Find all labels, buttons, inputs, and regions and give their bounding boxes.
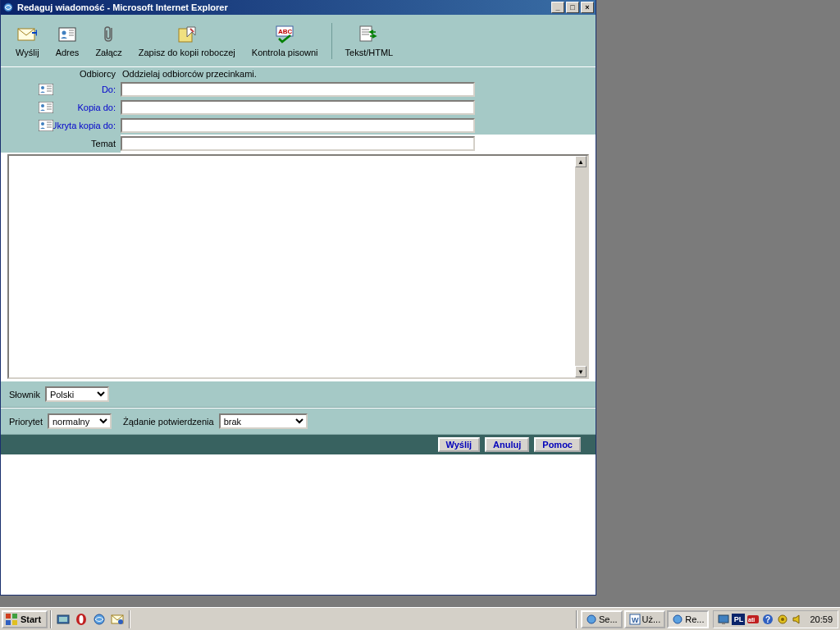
confirm-select[interactable]: brak	[219, 413, 308, 429]
priority-label: Priorytet	[9, 417, 43, 427]
body-wrap: ▲ ▼	[7, 154, 589, 379]
body-area: ▲ ▼	[1, 153, 596, 381]
tray-help-icon[interactable]: ?	[761, 613, 774, 626]
to-address-icon[interactable]	[39, 84, 52, 95]
to-label: Do:	[1, 84, 121, 94]
send-tool-label: Wyślij	[16, 48, 39, 57]
ie-task-icon	[586, 614, 597, 625]
svg-text:ati: ati	[748, 617, 755, 623]
svg-point-20	[41, 104, 44, 107]
svg-rect-31	[6, 620, 11, 625]
dictionary-row: Słownik Polski	[1, 381, 596, 408]
svg-rect-19	[39, 102, 53, 113]
svg-rect-45	[722, 623, 725, 624]
headers-panel: Odbiorcy Oddzielaj odbiorców przecinkami…	[1, 67, 596, 135]
body-textarea[interactable]	[9, 156, 574, 377]
text-html-tool-label: Tekst/HTML	[345, 48, 394, 57]
dictionary-label: Słownik	[9, 390, 40, 399]
cc-input[interactable]	[121, 100, 475, 115]
tray-gear-icon[interactable]	[776, 613, 789, 626]
ql-opera-icon[interactable]	[74, 612, 89, 627]
save-draft-icon	[177, 25, 197, 44]
recipients-hint: Oddzielaj odbiorców przecinkami.	[121, 69, 257, 79]
spellcheck-tool[interactable]: ABC Kontrola pisowni	[244, 21, 326, 61]
compose-window: Redaguj wiadomość - Microsoft Internet E…	[0, 0, 596, 596]
svg-rect-44	[719, 615, 728, 623]
svg-rect-34	[59, 617, 67, 622]
address-tool-label: Adres	[56, 48, 80, 57]
bcc-input[interactable]	[121, 118, 475, 133]
task-item[interactable]: W Uż...	[624, 610, 666, 628]
recipients-label: Odbiorcy	[1, 69, 121, 79]
maximize-button[interactable]: □	[566, 2, 579, 13]
spellcheck-tool-label: Kontrola pisowni	[252, 48, 318, 57]
scroll-down-icon[interactable]: ▼	[575, 366, 587, 377]
scroll-up-icon[interactable]: ▲	[575, 156, 587, 167]
ie-task-icon	[672, 614, 683, 625]
svg-point-39	[118, 619, 123, 624]
send-tool[interactable]: Wyślij	[7, 21, 48, 61]
tray-volume-icon[interactable]	[791, 613, 804, 626]
svg-point-15	[41, 86, 44, 89]
tray-ati-icon[interactable]: ati	[746, 613, 760, 626]
help-button[interactable]: Pomoc	[534, 437, 581, 452]
minimize-button[interactable]: _	[551, 2, 564, 13]
window-title: Redaguj wiadomość - Microsoft Internet E…	[17, 2, 228, 12]
task-separator	[576, 610, 578, 628]
svg-point-40	[587, 615, 596, 623]
taskbar: Start Se... W Uż... Re... PL ati ? 20:59	[0, 607, 840, 630]
language-indicator[interactable]: PL	[732, 614, 745, 625]
attach-tool[interactable]: Załącz	[87, 21, 130, 61]
task-item[interactable]: Se...	[581, 610, 623, 628]
close-button[interactable]: ×	[581, 2, 594, 13]
to-input[interactable]	[121, 82, 475, 97]
subject-input[interactable]	[121, 136, 475, 151]
svg-point-43	[673, 615, 682, 623]
task-item-active[interactable]: Re...	[667, 610, 709, 628]
titlebar[interactable]: Redaguj wiadomość - Microsoft Internet E…	[1, 0, 596, 15]
ql-ie-icon[interactable]	[92, 612, 107, 627]
attach-tool-label: Załącz	[95, 48, 121, 57]
send-button[interactable]: Wyślij	[438, 437, 481, 452]
priority-select[interactable]: normalny	[48, 413, 112, 429]
action-bar: Wyślij Anuluj Pomoc	[1, 435, 596, 454]
spellcheck-icon: ABC	[275, 25, 294, 44]
taskbar-clock[interactable]: 20:59	[810, 614, 833, 624]
svg-point-37	[94, 614, 104, 624]
bcc-label: Ukryta kopia do:	[1, 121, 121, 130]
text-html-tool[interactable]: Tekst/HTML	[337, 21, 402, 61]
ql-desktop-icon[interactable]	[56, 612, 71, 627]
save-draft-tool[interactable]: Zapisz do kopii roboczej	[130, 21, 244, 61]
svg-rect-24	[39, 120, 53, 131]
svg-rect-10	[360, 26, 372, 41]
body-scrollbar[interactable]: ▲ ▼	[574, 156, 587, 377]
svg-text:ABC: ABC	[278, 28, 293, 35]
cc-address-icon[interactable]	[39, 102, 52, 113]
task-label: Se...	[599, 614, 618, 624]
cancel-button[interactable]: Anuluj	[485, 437, 529, 452]
address-tool[interactable]: Adres	[48, 21, 88, 61]
cc-label: Kopia do:	[1, 103, 121, 112]
svg-text:?: ?	[765, 615, 770, 624]
svg-rect-29	[6, 614, 11, 619]
subject-label: Temat	[1, 135, 121, 153]
tray-monitor-icon[interactable]	[717, 613, 730, 626]
ql-outlook-icon[interactable]	[110, 612, 125, 627]
word-task-icon: W	[629, 614, 641, 625]
task-label: Re...	[685, 614, 704, 624]
quick-launch-separator	[50, 610, 52, 628]
svg-point-51	[781, 618, 784, 621]
svg-rect-14	[39, 84, 53, 95]
bcc-address-icon[interactable]	[39, 120, 52, 131]
dictionary-select[interactable]: Polski	[45, 386, 109, 402]
text-html-icon	[359, 25, 379, 44]
svg-point-25	[41, 122, 44, 126]
start-button[interactable]: Start	[2, 610, 48, 628]
send-icon	[17, 25, 37, 44]
task-label: Uż...	[642, 614, 661, 624]
ie-icon	[2, 2, 14, 13]
svg-rect-30	[12, 614, 17, 619]
windows-logo-icon	[5, 613, 18, 626]
compose-toolbar: Wyślij Adres Załącz Zapisz do kopii robo…	[1, 15, 596, 67]
svg-point-36	[80, 615, 84, 623]
